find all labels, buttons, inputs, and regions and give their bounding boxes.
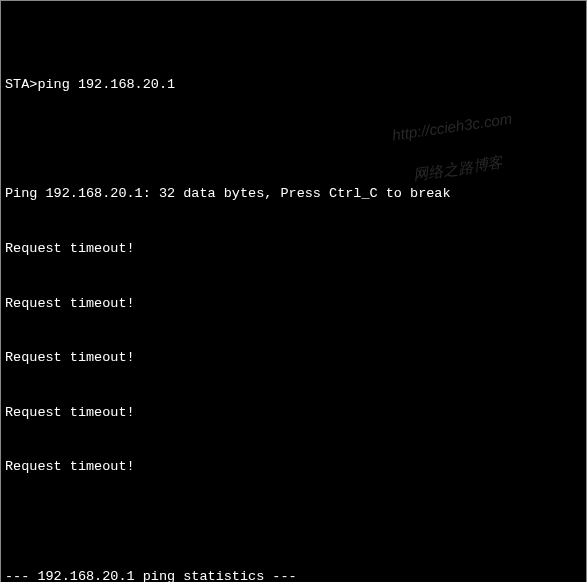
- ping-reply: Request timeout!: [5, 295, 582, 313]
- ping-reply: Request timeout!: [5, 240, 582, 258]
- blank-line: [5, 513, 582, 531]
- ping-reply: Request timeout!: [5, 349, 582, 367]
- ping-command: STA>ping 192.168.20.1: [5, 76, 582, 94]
- ping-header: Ping 192.168.20.1: 32 data bytes, Press …: [5, 185, 582, 203]
- terminal-window-1[interactable]: STA>ping 192.168.20.1 Ping 192.168.20.1:…: [0, 0, 587, 582]
- ping-reply: Request timeout!: [5, 458, 582, 476]
- terminal-output-1: STA>ping 192.168.20.1 Ping 192.168.20.1:…: [1, 37, 586, 582]
- ping-stats-header: --- 192.168.20.1 ping statistics ---: [5, 568, 582, 582]
- blank-line: [5, 131, 582, 149]
- ping-reply: Request timeout!: [5, 404, 582, 422]
